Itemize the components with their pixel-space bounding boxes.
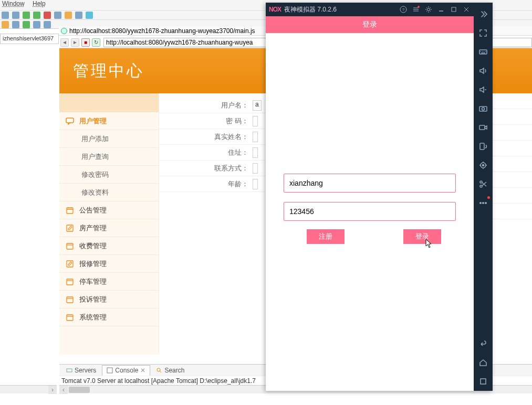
nav-title: 导航菜单 xyxy=(59,93,159,112)
nav-property[interactable]: 房产管理 xyxy=(59,219,159,237)
menu-icon[interactable] xyxy=(412,5,420,14)
calendar-icon xyxy=(66,295,74,304)
svg-point-22 xyxy=(480,181,482,183)
tab-console[interactable]: Console✕ xyxy=(102,365,150,376)
field-password[interactable] xyxy=(253,116,258,126)
field-username[interactable]: a xyxy=(253,100,262,111)
maximize-icon[interactable] xyxy=(450,5,458,14)
login-button[interactable]: 登录 xyxy=(403,229,441,244)
menu-help[interactable]: Help xyxy=(33,0,46,7)
tb-icon[interactable] xyxy=(23,21,30,28)
tb-icon[interactable] xyxy=(44,21,51,28)
minimize-icon[interactable] xyxy=(437,5,445,14)
screenshot-icon[interactable] xyxy=(477,102,489,115)
svg-rect-9 xyxy=(107,368,112,373)
close-icon[interactable]: ✕ xyxy=(140,367,145,374)
tab-search[interactable]: Search xyxy=(151,365,189,376)
nav-label: 投诉管理 xyxy=(79,295,107,304)
nav-user-query[interactable]: 用户查询 xyxy=(59,148,159,166)
rotate-icon[interactable] xyxy=(477,140,489,153)
tb-icon[interactable] xyxy=(75,12,82,19)
menu-window[interactable]: Window xyxy=(2,0,25,7)
svg-text:?: ? xyxy=(402,7,405,12)
nox-sidebar xyxy=(474,3,493,391)
field-address[interactable] xyxy=(253,147,258,158)
login-header: 登录 xyxy=(266,16,474,33)
more-icon[interactable] xyxy=(477,197,489,209)
run-icon[interactable] xyxy=(23,12,30,19)
nav-repair[interactable]: 报修管理 xyxy=(59,255,159,273)
recent-icon[interactable] xyxy=(477,375,489,388)
nav-label: 房产管理 xyxy=(79,223,107,233)
nav-system[interactable]: 系统管理 xyxy=(59,308,159,326)
scroll-thumb[interactable] xyxy=(69,387,90,393)
tb-icon[interactable] xyxy=(12,12,19,19)
close-icon[interactable] xyxy=(462,5,471,14)
settings-icon[interactable] xyxy=(424,5,433,14)
tab-label: Search xyxy=(164,367,184,374)
home-icon[interactable] xyxy=(477,356,489,369)
nav-label: 公告管理 xyxy=(79,206,107,215)
field-age[interactable] xyxy=(253,179,258,189)
nav-change-password[interactable]: 修改密码 xyxy=(59,166,159,184)
hscrollbar-left[interactable]: › xyxy=(0,385,57,393)
label-password: 密 码： xyxy=(159,116,253,126)
scissors-icon[interactable] xyxy=(477,178,489,190)
run-icon[interactable] xyxy=(33,12,40,19)
fullscreen-icon[interactable] xyxy=(477,27,489,39)
page-title: 管理中心 xyxy=(73,60,144,82)
field-realname[interactable] xyxy=(253,132,258,142)
tb-icon[interactable] xyxy=(2,12,9,19)
help-icon[interactable]: ? xyxy=(399,5,408,14)
globe-icon xyxy=(61,28,67,34)
svg-point-26 xyxy=(485,202,487,204)
sidebar: 导航菜单 用户管理 用户添加 用户查询 修改密码 修改资料 公告管理 房产管理 … xyxy=(59,93,159,355)
volume-up-icon[interactable] xyxy=(477,65,489,77)
scroll-left-icon[interactable]: ‹ xyxy=(59,386,68,394)
chat-icon xyxy=(66,117,74,125)
tb-icon[interactable] xyxy=(54,12,61,19)
stop-icon[interactable] xyxy=(44,12,51,19)
keyboard-icon[interactable] xyxy=(477,46,489,58)
login-password-input[interactable] xyxy=(284,202,456,221)
nav-user-manage[interactable]: 用户管理 xyxy=(59,112,159,130)
nav-change-profile[interactable]: 修改资料 xyxy=(59,184,159,201)
tb-icon[interactable] xyxy=(33,21,40,28)
back-icon[interactable] xyxy=(477,337,489,350)
tb-icon[interactable] xyxy=(12,21,19,28)
stop-icon[interactable]: ■ xyxy=(81,38,90,47)
nav-complaint[interactable]: 投诉管理 xyxy=(59,291,159,308)
nav-parking[interactable]: 停车管理 xyxy=(59,273,159,291)
calendar-icon xyxy=(66,313,74,322)
volume-down-icon[interactable] xyxy=(477,83,489,96)
scroll-right-icon[interactable]: › xyxy=(48,386,57,394)
register-button[interactable]: 注册 xyxy=(307,229,345,244)
record-icon[interactable] xyxy=(477,121,489,134)
location-icon[interactable] xyxy=(477,159,489,172)
login-username-input[interactable] xyxy=(284,174,456,193)
refresh-icon[interactable]: ↻ xyxy=(92,38,100,47)
collapse-icon[interactable] xyxy=(477,8,489,20)
svg-rect-4 xyxy=(67,261,73,267)
tab-servers[interactable]: Servers xyxy=(61,365,101,376)
tb-icon[interactable] xyxy=(2,21,9,28)
nox-titlebar[interactable]: NOX 夜神模拟器 7.0.2.6 ? xyxy=(266,3,474,16)
tab-label: Console xyxy=(115,367,138,374)
nav-user-add[interactable]: 用户添加 xyxy=(59,130,159,148)
svg-point-23 xyxy=(480,185,482,187)
tb-icon[interactable] xyxy=(86,12,93,19)
nav-announcement[interactable]: 公告管理 xyxy=(59,201,159,219)
nav-label: 系统管理 xyxy=(79,313,107,322)
editor-tab[interactable]: izhenshiservlet3697 xyxy=(0,34,59,44)
back-icon[interactable]: ◄ xyxy=(60,38,69,47)
tb-icon[interactable] xyxy=(65,12,72,19)
calendar-icon xyxy=(66,242,74,250)
svg-point-21 xyxy=(483,165,484,166)
svg-rect-7 xyxy=(67,315,73,321)
field-contact[interactable] xyxy=(253,163,258,174)
svg-point-13 xyxy=(427,8,430,11)
forward-icon[interactable]: ► xyxy=(71,38,79,47)
svg-rect-6 xyxy=(67,297,73,303)
nav-fees[interactable]: 收费管理 xyxy=(59,237,159,255)
nox-title-text: 夜神模拟器 7.0.2.6 xyxy=(284,5,337,14)
